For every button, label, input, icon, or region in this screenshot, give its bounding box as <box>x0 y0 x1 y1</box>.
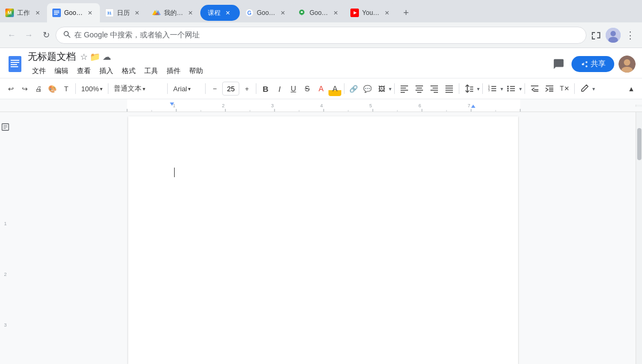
move-icon[interactable]: 📁 <box>90 52 100 62</box>
print-button[interactable]: 🖨 <box>32 81 45 96</box>
tab-gmail[interactable]: M 工作 ✕ <box>0 3 47 22</box>
menu-edit[interactable]: 编辑 <box>50 64 73 78</box>
user-avatar[interactable] <box>618 56 636 73</box>
svg-point-27 <box>624 59 630 66</box>
add-comment-button[interactable]: 💬 <box>361 81 374 96</box>
insert-image-button[interactable]: 🖼 <box>375 81 388 96</box>
toc-icon[interactable] <box>1 123 10 133</box>
reload-button[interactable]: ↻ <box>38 28 53 43</box>
vertical-scrollbar[interactable] <box>636 112 642 364</box>
menu-help[interactable]: 帮助 <box>185 64 207 78</box>
tab-drive-close[interactable]: ✕ <box>186 9 195 17</box>
svg-point-57 <box>507 86 509 88</box>
suggest-chevron-icon[interactable]: ▾ <box>592 86 595 92</box>
text-color-button[interactable]: A <box>315 81 327 96</box>
increase-indent-button[interactable] <box>543 81 557 96</box>
bold-button[interactable]: B <box>259 81 272 96</box>
forward-button[interactable]: → <box>21 28 36 43</box>
line-number-1: 1 <box>4 221 6 226</box>
separator-4 <box>205 83 206 94</box>
align-center-button[interactable] <box>412 81 426 96</box>
svg-point-59 <box>507 90 509 92</box>
collapse-toolbar-button[interactable]: ▲ <box>625 81 638 96</box>
underline-button[interactable]: U <box>287 81 300 96</box>
line-spacing-button[interactable] <box>462 81 476 96</box>
back-button[interactable]: ← <box>4 28 19 43</box>
tab-course[interactable]: 课程 ✕ <box>200 5 240 21</box>
tab-gmail-close[interactable]: ✕ <box>33 9 42 17</box>
document-page[interactable] <box>128 116 518 364</box>
docs-title-text[interactable]: 无标题文档 <box>28 50 76 63</box>
tab-docs[interactable]: Goo… ✕ <box>47 3 100 22</box>
decrease-indent-button[interactable] <box>528 81 542 96</box>
tab-youtube-close[interactable]: ✕ <box>382 9 391 17</box>
share-button[interactable]: 共享 <box>571 56 614 72</box>
tab-youtube[interactable]: You… ✕ <box>345 3 396 22</box>
strikethrough-button[interactable]: S <box>301 81 314 96</box>
menu-view[interactable]: 查看 <box>73 64 95 78</box>
separator-7 <box>394 83 395 94</box>
menu-insert[interactable]: 插入 <box>95 64 118 78</box>
font-value: Arial <box>173 85 187 93</box>
clear-format2-button[interactable]: T✕ <box>558 81 571 96</box>
highlight-button[interactable]: A <box>328 81 341 96</box>
svg-rect-24 <box>11 64 17 65</box>
zoom-select[interactable]: 100% ▾ <box>79 81 105 96</box>
numbered-list-chevron-icon[interactable]: ▾ <box>500 86 503 92</box>
align-right-button[interactable] <box>427 81 441 96</box>
tab-course-close[interactable]: ✕ <box>224 9 232 17</box>
bulleted-list-chevron-icon[interactable]: ▾ <box>519 86 522 92</box>
google-icon: G <box>245 9 254 17</box>
align-justify-button[interactable] <box>442 81 456 96</box>
font-size-increase-button[interactable]: + <box>240 81 253 96</box>
svg-rect-25 <box>11 66 18 67</box>
undo-button[interactable]: ↩ <box>4 81 17 96</box>
tab-maps-title: Goo… <box>309 9 328 17</box>
line-spacing-chevron-icon[interactable]: ▾ <box>477 86 480 92</box>
zoom-chevron-icon: ▾ <box>100 86 103 92</box>
tab-maps-close[interactable]: ✕ <box>331 9 340 17</box>
font-size-decrease-button[interactable]: − <box>208 81 221 96</box>
font-size-input[interactable] <box>222 82 239 96</box>
url-bar[interactable]: 在 Google 中搜索，或者输入一个网址 <box>56 27 586 44</box>
paint-format-button[interactable]: 🎨 <box>46 81 59 96</box>
comment-button[interactable] <box>550 56 567 73</box>
numbered-list-button[interactable]: 123 <box>486 81 499 96</box>
page-scroll-area[interactable] <box>11 112 636 364</box>
svg-text:2: 2 <box>222 103 224 108</box>
docs-icon <box>52 9 61 17</box>
menu-file[interactable]: 文件 <box>28 64 50 78</box>
menu-tools[interactable]: 工具 <box>140 64 162 78</box>
tab-google1[interactable]: G Goo… ✕ <box>240 3 293 22</box>
more-options-button[interactable]: ⋮ <box>623 28 638 43</box>
bulleted-list-button[interactable] <box>504 81 518 96</box>
tab-calendar[interactable]: 31 日历 ✕ <box>100 3 147 22</box>
svg-rect-1 <box>54 11 59 12</box>
line-number-3: 3 <box>4 322 6 328</box>
scroll-thumb[interactable] <box>637 128 641 160</box>
italic-button[interactable]: I <box>273 81 286 96</box>
profile-button[interactable] <box>606 28 621 43</box>
youtube-icon <box>350 9 359 17</box>
font-chevron-icon: ▾ <box>188 86 191 92</box>
tab-docs-close[interactable]: ✕ <box>86 9 95 17</box>
menu-plugins[interactable]: 插件 <box>162 64 185 78</box>
redo-button[interactable]: ↪ <box>18 81 31 96</box>
style-select[interactable]: 普通文本 ▾ <box>111 81 165 96</box>
tab-google1-close[interactable]: ✕ <box>278 9 287 17</box>
tab-calendar-close[interactable]: ✕ <box>133 9 142 17</box>
font-select[interactable]: Arial ▾ <box>170 81 202 96</box>
link-button[interactable]: 🔗 <box>347 81 360 96</box>
suggest-edits-button[interactable] <box>577 81 591 96</box>
tab-drive-title: 我的… <box>164 9 183 18</box>
star-icon[interactable]: ☆ <box>80 52 88 62</box>
cloud-icon[interactable]: ☁ <box>103 52 111 62</box>
new-tab-button[interactable]: + <box>398 5 413 20</box>
image-chevron-icon[interactable]: ▾ <box>389 86 392 92</box>
clear-format-button[interactable]: T <box>60 81 73 96</box>
extensions-button[interactable] <box>589 28 604 43</box>
tab-maps[interactable]: Goo… ✕ <box>292 3 345 22</box>
align-left-button[interactable] <box>397 81 411 96</box>
menu-format[interactable]: 格式 <box>118 64 140 78</box>
tab-drive[interactable]: 我的… ✕ <box>147 3 200 22</box>
